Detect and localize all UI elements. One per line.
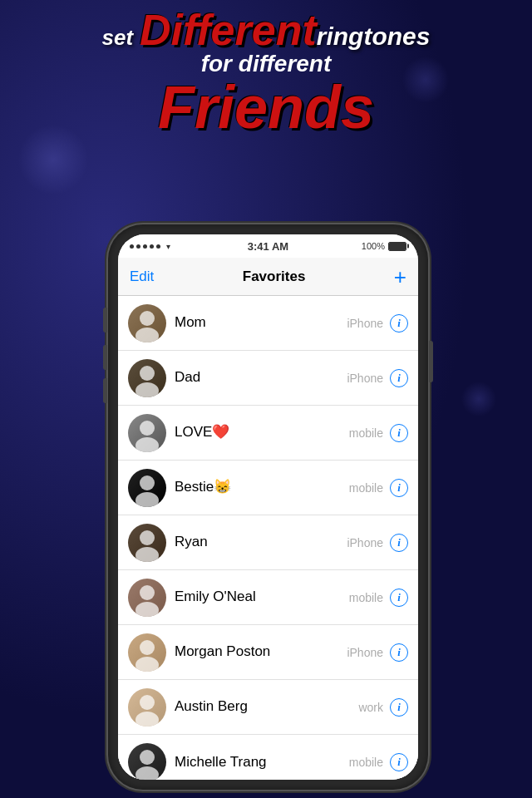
contact-info: Ryan	[166, 533, 347, 551]
signal-dot-5	[156, 244, 160, 249]
avatar-silhouette	[128, 304, 166, 342]
info-button[interactable]: i	[390, 369, 408, 387]
contact-type: mobile	[349, 591, 383, 604]
battery-area: 100%	[362, 241, 406, 251]
contact-row[interactable]: Emily O'Neal mobile i	[118, 570, 418, 625]
contact-info: Austin Berg	[166, 697, 358, 716]
contact-type: iPhone	[347, 317, 383, 330]
contact-avatar	[128, 579, 166, 617]
contact-right: iPhone i	[347, 314, 408, 332]
contact-row[interactable]: Austin Berg work i	[118, 680, 418, 735]
svg-point-2	[140, 366, 155, 381]
contact-avatar	[128, 414, 166, 452]
contact-info: Morgan Poston	[166, 643, 347, 661]
contact-type: iPhone	[347, 646, 383, 659]
contact-name: Morgan Poston	[175, 643, 270, 659]
avatar-silhouette	[128, 633, 166, 672]
svg-point-12	[140, 640, 155, 655]
edit-button[interactable]: Edit	[130, 268, 154, 285]
contact-right: iPhone i	[347, 534, 408, 552]
contact-type: iPhone	[347, 536, 383, 549]
contact-info: Mom	[166, 313, 347, 332]
svg-point-11	[135, 602, 159, 617]
contact-name: Austin Berg	[175, 698, 248, 714]
info-button[interactable]: i	[390, 753, 408, 771]
svg-point-1	[135, 328, 159, 342]
svg-point-15	[135, 712, 159, 727]
info-button[interactable]: i	[390, 643, 408, 662]
contact-info: Emily O'Neal	[166, 588, 349, 606]
contact-name: Mom	[175, 314, 206, 330]
svg-point-5	[135, 437, 159, 452]
signal-dot-3	[143, 244, 147, 249]
contact-right: mobile i	[349, 424, 408, 442]
contact-avatar	[128, 304, 166, 342]
svg-point-14	[140, 695, 155, 710]
svg-point-8	[140, 530, 155, 545]
add-button[interactable]: +	[394, 266, 406, 288]
svg-point-4	[140, 421, 155, 436]
battery-icon	[388, 242, 406, 251]
info-button[interactable]: i	[390, 589, 408, 607]
contact-right: mobile i	[349, 479, 408, 497]
contact-type: mobile	[349, 426, 383, 440]
contact-avatar	[128, 359, 166, 397]
contact-info: LOVE❤️	[166, 423, 349, 441]
svg-point-3	[135, 382, 159, 397]
contact-type: work	[358, 701, 383, 714]
contact-right: mobile i	[349, 753, 408, 771]
contact-info: Bestie😸	[166, 478, 349, 496]
contact-row[interactable]: LOVE❤️ mobile i	[118, 406, 418, 461]
contact-row[interactable]: Ryan iPhone i	[118, 515, 418, 570]
contact-type: mobile	[349, 481, 383, 495]
contact-type: mobile	[349, 756, 383, 769]
contact-row[interactable]: Michelle Trang mobile i	[118, 735, 418, 780]
contact-avatar	[128, 524, 166, 562]
info-button[interactable]: i	[390, 698, 408, 717]
svg-point-10	[140, 585, 155, 600]
svg-point-13	[135, 657, 159, 672]
contact-right: work i	[358, 698, 408, 717]
svg-point-9	[135, 547, 159, 562]
svg-point-16	[140, 750, 155, 765]
avatar-silhouette	[128, 414, 166, 452]
svg-point-0	[140, 311, 155, 326]
contact-row[interactable]: Dad iPhone i	[118, 351, 418, 406]
status-bar: ▾ 3:41 AM 100%	[118, 234, 418, 258]
contact-name: Bestie😸	[175, 479, 231, 495]
contact-row[interactable]: Bestie😸 mobile i	[118, 461, 418, 515]
nav-title: Favorites	[243, 268, 306, 285]
battery-percent: 100%	[362, 241, 385, 251]
info-button[interactable]: i	[390, 534, 408, 552]
contact-avatar	[128, 469, 166, 507]
contact-right: iPhone i	[347, 643, 408, 662]
contact-right: iPhone i	[347, 369, 408, 387]
avatar-silhouette	[128, 743, 166, 780]
contacts-list: Mom iPhone i Dad iPhone i LOVE❤️	[118, 296, 418, 780]
avatar-silhouette	[128, 469, 166, 507]
contact-name: Michelle Trang	[175, 754, 267, 770]
info-button[interactable]: i	[390, 314, 408, 332]
contact-row[interactable]: Morgan Poston iPhone i	[118, 625, 418, 680]
contact-type: iPhone	[347, 372, 383, 385]
signal-area: ▾	[130, 242, 170, 251]
contact-info: Michelle Trang	[166, 753, 349, 771]
avatar-silhouette	[128, 359, 166, 397]
status-time: 3:41 AM	[248, 240, 288, 253]
contact-avatar	[128, 633, 166, 672]
contact-row[interactable]: Mom iPhone i	[118, 296, 418, 351]
svg-point-7	[135, 492, 159, 507]
info-button[interactable]: i	[390, 424, 408, 442]
avatar-silhouette	[128, 579, 166, 617]
contact-avatar	[128, 688, 166, 727]
avatar-silhouette	[128, 688, 166, 727]
contact-right: mobile i	[349, 589, 408, 607]
info-button[interactable]: i	[390, 479, 408, 497]
signal-dot-2	[136, 244, 140, 249]
signal-dot-4	[150, 244, 154, 249]
signal-dot-1	[130, 244, 134, 249]
battery-fill	[389, 243, 406, 250]
phone-screen: ▾ 3:41 AM 100% Edit Favorites +	[118, 234, 418, 780]
contact-info: Dad	[166, 368, 347, 387]
nav-bar: Edit Favorites +	[118, 258, 418, 296]
